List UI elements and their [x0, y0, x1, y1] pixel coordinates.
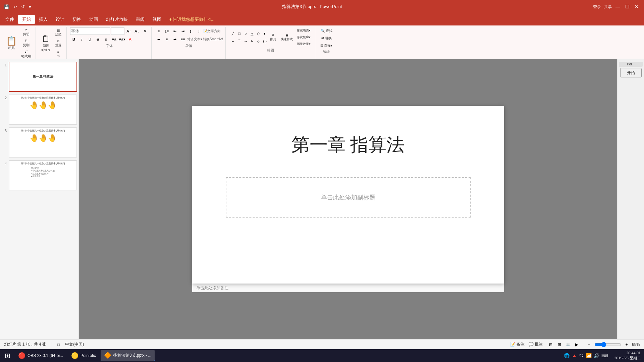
paste-button[interactable]: 📋 粘贴: [4, 35, 19, 52]
zoom-slider[interactable]: [594, 342, 621, 347]
increase-font-button[interactable]: A↑: [125, 27, 132, 35]
shape-effects-button[interactable]: 形状效果▾: [295, 41, 312, 47]
login-button[interactable]: 登录: [592, 3, 602, 10]
tray-icon-3[interactable]: 🛡: [579, 353, 584, 358]
select-button[interactable]: ⊡ 选择▾: [319, 42, 334, 49]
increase-indent-button[interactable]: ⇥: [179, 27, 186, 35]
menu-transitions[interactable]: 切换: [68, 15, 85, 24]
cut-button[interactable]: ✂ 剪切: [19, 27, 33, 38]
taskbar-ppt[interactable]: 🔶 指算法第3节.pptx - ...: [101, 350, 155, 361]
window-title: 指算法第3节.pptx - PowerPoint: [33, 4, 592, 10]
thumb2-hands: 🤚🤚🤚: [30, 101, 57, 110]
slide-canvas[interactable]: 第一章 指算法 单击此处添加副标题: [192, 106, 504, 284]
reading-view-button[interactable]: 📖: [564, 341, 572, 349]
save-button[interactable]: 💾: [3, 4, 11, 10]
columns-button[interactable]: ⫿: [187, 27, 195, 35]
tray-icon-1[interactable]: 🌐: [564, 353, 570, 358]
tray-icon-6[interactable]: ⌨: [601, 353, 608, 358]
menu-animations[interactable]: 动画: [85, 15, 102, 24]
decrease-indent-button[interactable]: ⇤: [171, 27, 178, 35]
font-size-input[interactable]: 28: [111, 27, 124, 35]
undo-button[interactable]: ↩: [12, 4, 18, 10]
zoom-out-button[interactable]: −: [585, 341, 593, 349]
bold-button[interactable]: B: [70, 36, 77, 43]
pointofix-icon: 🟡: [71, 352, 78, 359]
restore-button[interactable]: ❐: [623, 2, 632, 11]
close-button[interactable]: ✕: [632, 2, 641, 11]
taskbar-pointofix[interactable]: 🟡 Pointofix: [68, 350, 99, 361]
font-color-button[interactable]: A: [126, 36, 134, 43]
slide-preview-2[interactable]: 第3节 个位数比十位数大注意数串识别练习 🤚🤚🤚: [9, 95, 77, 125]
font-spacing-button[interactable]: Aa: [110, 36, 118, 43]
slide-num-1: 1: [1, 62, 7, 67]
format-brush-button[interactable]: 🖌 格式刷: [19, 49, 33, 60]
replace-button[interactable]: ⇄ 替换: [319, 35, 334, 42]
slide-thumb-4[interactable]: 4 第3节 个位数比十位数大注意数串识别练习 练习内容 • 个位数比十位数大小比…: [1, 160, 77, 190]
reset-button[interactable]: ↺ 重置: [53, 38, 64, 49]
slideshow-button[interactable]: ▶: [573, 341, 581, 349]
subtitle-placeholder[interactable]: 单击此处添加副标题: [321, 193, 375, 201]
bullets-button[interactable]: ≡: [155, 27, 162, 35]
layout-button[interactable]: ▦ 版式: [53, 27, 64, 38]
slide-subtitle-box[interactable]: 单击此处添加副标题: [226, 177, 471, 218]
tray-icon-5[interactable]: 🔊: [594, 353, 599, 358]
arrange-button[interactable]: ⧉ 排列: [268, 32, 278, 43]
find-button[interactable]: 🔍 查找: [319, 27, 334, 34]
minimize-button[interactable]: —: [613, 2, 623, 11]
shapes-more[interactable]: ▾: [261, 30, 268, 37]
comments-button[interactable]: 💬 批注: [529, 342, 543, 347]
shape-11[interactable]: { }: [261, 38, 268, 45]
thumb1-title: 第一章 指算法: [33, 74, 54, 79]
copy-button[interactable]: ⎘ 复制: [19, 38, 33, 49]
pointofix-start-button[interactable]: 开始: [620, 68, 642, 77]
clear-format-button[interactable]: ✕: [141, 27, 149, 35]
font-name-input[interactable]: [70, 27, 110, 35]
zoom-in-button[interactable]: +: [623, 341, 631, 349]
notes-placeholder[interactable]: 单击此处添加备注: [192, 284, 504, 292]
slide-thumb-2[interactable]: 2 第3节 个位数比十位数大注意数串识别练习 🤚🤚🤚: [1, 95, 77, 125]
slide-thumb-1[interactable]: 1 第一章 指算法: [1, 62, 77, 92]
strikethrough-button[interactable]: S: [94, 36, 102, 43]
quick-styles-button[interactable]: ◼ 快速样式: [279, 33, 294, 43]
justify-button[interactable]: ≡≡: [179, 36, 186, 43]
menu-view[interactable]: 视图: [149, 15, 165, 24]
change-case-button[interactable]: Aa▾: [118, 36, 126, 43]
shape-fill-button[interactable]: 形状填充▾: [295, 27, 312, 34]
customize-button[interactable]: ▾: [28, 4, 33, 10]
menu-slideshow[interactable]: 幻灯片放映: [102, 15, 132, 24]
slide-main-title[interactable]: 第一章 指算法: [291, 133, 405, 157]
start-button[interactable]: ⊞: [1, 350, 13, 361]
numbering-button[interactable]: 1≡: [163, 27, 170, 35]
normal-view-button[interactable]: ⊟: [547, 341, 555, 349]
menu-file[interactable]: 文件: [1, 15, 18, 24]
menu-insert[interactable]: 插入: [35, 15, 52, 24]
menu-search[interactable]: ♦ 告诉我您想要做什么...: [165, 15, 220, 24]
menu-design[interactable]: 设计: [52, 15, 68, 24]
slide-preview-3[interactable]: 第3节 个位数比十位数大注意数串识别练习 🤚🤚🤚: [9, 127, 77, 158]
italic-button[interactable]: I: [78, 36, 86, 43]
redo-button[interactable]: ↺: [20, 4, 26, 10]
new-slide-button[interactable]: 🗒 新建幻灯片: [39, 33, 52, 54]
align-left-button[interactable]: ⬅: [155, 36, 162, 43]
align-right-button[interactable]: ➡: [171, 36, 178, 43]
align-center-button[interactable]: ≡: [163, 36, 170, 43]
tray-icon-2[interactable]: 🔺: [572, 353, 577, 358]
slide-thumb-3[interactable]: 3 第3节 个位数比十位数大注意数串识别练习 🤚🤚🤚: [1, 127, 77, 158]
line-spacing-button[interactable]: ↕: [195, 27, 203, 35]
slide-preview-4[interactable]: 第3节 个位数比十位数大注意数串识别练习 练习内容 • 个位数比十位数大小比较 …: [9, 160, 77, 190]
title-bar: 💾 ↩ ↺ ▾ 指算法第3节.pptx - PowerPoint 登录 共享 —…: [0, 0, 644, 13]
taskbar-obs[interactable]: 🔴 OBS 23.0.1 (64-bi...: [15, 350, 66, 361]
section-button[interactable]: ≡ 节: [53, 49, 64, 59]
underline-button[interactable]: U: [86, 36, 94, 43]
notes-button[interactable]: 📝 备注: [510, 342, 524, 347]
menu-home[interactable]: 开始: [18, 15, 35, 24]
slide-preview-1[interactable]: 第一章 指算法: [9, 62, 77, 92]
share-button[interactable]: 共享: [602, 3, 613, 10]
system-clock[interactable]: 20:44:01 2019/3/5 星期二: [612, 351, 643, 361]
tray-icon-4[interactable]: 📶: [586, 353, 592, 358]
slide-sorter-button[interactable]: ⊞: [555, 341, 564, 349]
shadow-button[interactable]: s: [102, 36, 110, 43]
decrease-font-button[interactable]: A↓: [133, 27, 141, 35]
menu-review[interactable]: 审阅: [132, 15, 149, 24]
shape-outline-button[interactable]: 形状轮廓▾: [295, 34, 312, 41]
